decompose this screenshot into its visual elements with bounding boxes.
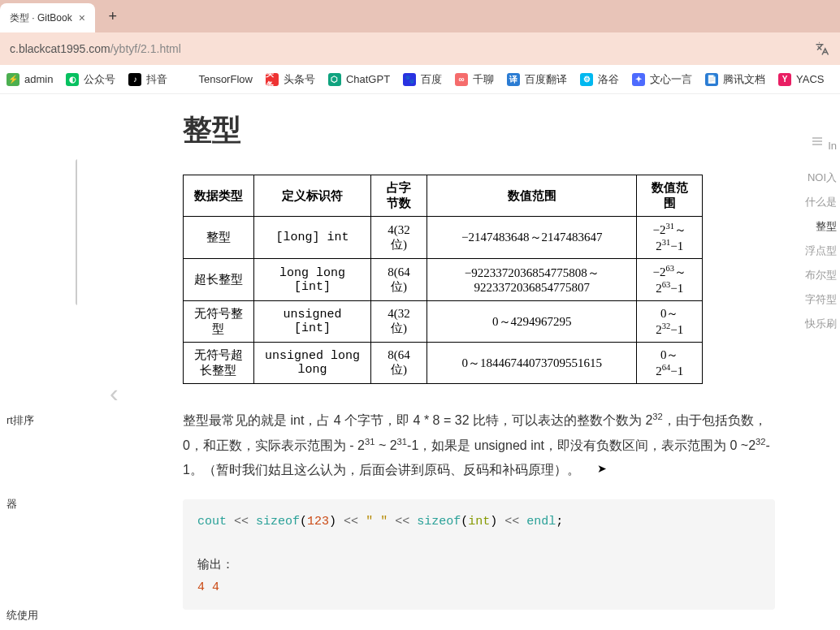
- bookmark-label: 百度: [421, 72, 442, 87]
- bookmark-label: 文心一言: [650, 72, 692, 87]
- bookmark-item[interactable]: TFTensorFlow: [180, 73, 252, 86]
- new-tab-button[interactable]: +: [102, 5, 124, 28]
- toc-item[interactable]: 什么是: [805, 190, 837, 214]
- bookmark-item[interactable]: ♪抖音: [128, 72, 167, 87]
- bookmark-icon: 头条: [266, 73, 279, 86]
- bookmark-label: ChatGPT: [346, 73, 390, 85]
- toc-toggle-icon[interactable]: [811, 135, 824, 151]
- paragraph-2: 然而，当 int 无法满足存储需要时，我们需要更大的数据类型 long long…: [183, 626, 775, 630]
- bookmark-icon: 译: [507, 73, 520, 86]
- bookmark-icon: ♪: [128, 73, 141, 86]
- bookmark-item[interactable]: 📄腾讯文档: [705, 72, 765, 87]
- toc-item[interactable]: In: [828, 135, 837, 157]
- close-icon[interactable]: ×: [79, 11, 85, 24]
- bookmark-icon: 🐾: [403, 73, 416, 86]
- bookmark-icon: ⚡: [6, 73, 19, 86]
- bookmark-label: 千聊: [473, 72, 494, 87]
- bookmark-item[interactable]: YYACS: [778, 73, 824, 86]
- bookmark-icon: ⚙: [580, 73, 593, 86]
- bookmark-item[interactable]: 头条头条号: [266, 72, 315, 87]
- toc-item[interactable]: 字符型: [805, 287, 837, 312]
- bookmark-item[interactable]: ⚡admin: [6, 73, 53, 86]
- bookmark-icon: ◐: [66, 73, 79, 86]
- bookmark-label: 头条号: [284, 72, 315, 87]
- bookmark-label: TensorFlow: [198, 73, 252, 85]
- bookmark-item[interactable]: ✦文心一言: [632, 72, 692, 87]
- table-row: 无符号整型unsigned [int]4(32位)0～42949672950～2…: [184, 301, 703, 343]
- page-title: 整型: [183, 110, 775, 150]
- bookmark-icon: 📄: [705, 73, 718, 86]
- bookmark-icon: ⬡: [328, 73, 341, 86]
- translate-icon[interactable]: [814, 41, 830, 57]
- toc-sidebar: InNOI入什么是整型浮点型布尔型字符型快乐刷: [808, 94, 840, 630]
- bookmark-icon: ∞: [455, 73, 468, 86]
- table-row: 超长整型long long [int]8(64位)−92233720368547…: [184, 259, 703, 301]
- url-bar[interactable]: c.blackcat1995.com/ybtyf/2.1.html: [0, 32, 840, 65]
- bookmark-label: YACS: [796, 73, 824, 85]
- bookmark-label: 公众号: [84, 72, 115, 87]
- url-text: c.blackcat1995.com/ybtyf/2.1.html: [6, 42, 834, 55]
- bookmark-label: 百度翻译: [525, 72, 567, 87]
- bookmark-icon: TF: [180, 73, 193, 86]
- bookmark-item[interactable]: 🐾百度: [403, 72, 442, 87]
- toc-item[interactable]: NOI入: [808, 166, 837, 190]
- table-row: 无符号超长整型unsigned long long8(64位)0～1844674…: [184, 343, 703, 384]
- bookmark-label: 腾讯文档: [723, 72, 765, 87]
- bookmark-item[interactable]: ∞千聊: [455, 72, 494, 87]
- toc-item[interactable]: 浮点型: [805, 239, 837, 263]
- browser-tab[interactable]: 类型 · GitBook ×: [0, 3, 95, 32]
- sidebar-item-qi[interactable]: 器: [0, 492, 24, 516]
- table-header: 数值范围: [637, 175, 703, 217]
- sidebar-item-sys[interactable]: 统使用: [0, 603, 45, 628]
- tab-title: 类型 · GitBook: [10, 11, 72, 25]
- toc-item[interactable]: 布尔型: [805, 263, 837, 287]
- table-header: 定义标识符: [253, 175, 370, 217]
- table-header: 占字节数: [370, 175, 426, 217]
- toc-item[interactable]: 快乐刷: [805, 312, 837, 336]
- table-header: 数值范围: [427, 175, 637, 217]
- type-table: 数据类型定义标识符占字节数数值范围数值范围整型[long] int4(32位)−…: [183, 175, 703, 384]
- bookmark-item[interactable]: ⬡ChatGPT: [328, 73, 390, 86]
- left-sidebar: rt排序 器 统使用: [0, 94, 77, 630]
- main-content: ‹ 整型 数据类型定义标识符占字节数数值范围数值范围整型[long] int4(…: [77, 94, 808, 630]
- prev-page-button[interactable]: ‹: [110, 378, 119, 408]
- bookmark-item[interactable]: 译百度翻译: [507, 72, 567, 87]
- table-header: 数据类型: [184, 175, 254, 217]
- sidebar-item-sort[interactable]: rt排序: [0, 408, 41, 433]
- code-block-1: cout << sizeof(123) << " " << sizeof(int…: [183, 499, 775, 610]
- bookmark-label: 洛谷: [598, 72, 619, 87]
- bookmark-icon: ✦: [632, 73, 645, 86]
- tab-bar: 类型 · GitBook × +: [0, 0, 840, 32]
- bookmark-label: admin: [24, 73, 53, 85]
- toc-item[interactable]: 整型: [816, 214, 837, 239]
- bookmarks-bar: ⚡admin◐公众号♪抖音TFTensorFlow头条头条号⬡ChatGPT🐾百…: [0, 65, 840, 94]
- bookmark-item[interactable]: ⚙洛谷: [580, 72, 619, 87]
- bookmark-label: 抖音: [146, 72, 167, 87]
- bookmark-item[interactable]: ◐公众号: [66, 72, 115, 87]
- bookmark-icon: Y: [778, 73, 791, 86]
- paragraph-1: 整型最常见的就是 int，占 4 个字节，即 4 * 8 = 32 比特，可以表…: [183, 408, 775, 483]
- table-row: 整型[long] int4(32位)−2147483648～2147483647…: [184, 217, 703, 259]
